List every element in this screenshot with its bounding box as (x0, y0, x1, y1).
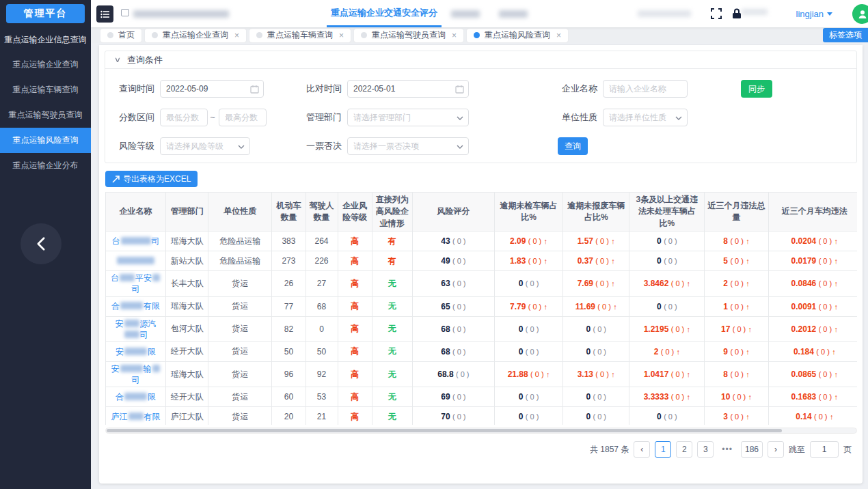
tab-item[interactable]: 重点运输风险查询× (467, 29, 568, 42)
jump-page-input[interactable] (810, 441, 839, 458)
score-max-input[interactable] (219, 109, 267, 126)
up-arrow-icon: ↑ (746, 370, 750, 378)
sidebar-item[interactable]: 重点运输驾驶员查询 (0, 102, 91, 128)
up-arrow-icon: ↑ (835, 370, 839, 378)
risk-level-cell: 高 (338, 232, 372, 251)
mgmt-dept-label: 管理部门 (298, 109, 342, 126)
redacted-text (124, 331, 139, 338)
tab-dot-icon (256, 32, 262, 38)
pagination-page-button[interactable]: 2 (676, 441, 692, 458)
metric-cell: 0.0179 ( 0 ) ↑ (768, 251, 857, 271)
redacted-text (128, 413, 144, 420)
query-time-input[interactable] (160, 80, 264, 98)
driver-count-cell: 264 (306, 232, 338, 251)
metric-cell: 11.69 ( 0 ) ↑ (563, 296, 629, 316)
redacted-text (120, 365, 143, 372)
vehicle-count-cell: 60 (272, 387, 306, 407)
risk-score-cell: 68 ( 0 ) (412, 341, 494, 361)
search-button[interactable]: 查询 (558, 137, 588, 155)
up-arrow-icon: ↑ (835, 237, 839, 245)
nav-item-active[interactable]: 重点运输企业交通安全评分 (327, 0, 442, 27)
sidebar: 管理平台 重点运输企业信息查询 重点运输企业查询重点运输车辆查询重点运输驾驶员查… (0, 0, 91, 489)
compare-time-input[interactable] (347, 80, 469, 98)
table-row: 合有限瑶海大队货运7768高无65 ( 0 )7.79 ( 0 ) ↑11.69… (106, 296, 858, 316)
lock-icon[interactable] (731, 8, 743, 20)
metric-cell: 1.57 ( 0 ) ↑ (563, 232, 629, 251)
company-name-link[interactable]: 合限 (106, 387, 166, 407)
sidebar-section-title[interactable]: 重点运输企业信息查询 (0, 27, 91, 52)
score-min-input[interactable] (160, 109, 208, 126)
metric-cell: 1.2195 ( 0 ) ↑ (629, 316, 705, 341)
metric-cell: 0.14 ( 0 ) ↑ (768, 407, 857, 425)
risk-level-cell: 高 (338, 407, 372, 425)
sidebar-item[interactable]: 重点运输车辆查询 (0, 77, 91, 102)
fullscreen-icon[interactable] (710, 8, 722, 20)
metric-cell: 0.1683 ( 0 ) ↑ (768, 387, 857, 407)
pagination-prev-button[interactable]: ‹ (634, 441, 650, 458)
company-name-link[interactable]: 安源汽司 (106, 316, 166, 341)
vehicle-count-cell: 383 (272, 232, 306, 251)
pagination-page-button[interactable]: 186 (741, 441, 763, 458)
tab-close-icon[interactable]: × (339, 31, 344, 40)
mgmt-dept-select[interactable] (347, 109, 469, 126)
redacted-nav-item[interactable] (451, 10, 480, 18)
user-menu[interactable]: lingjian (796, 0, 832, 27)
column-header: 近三个月违法总量 (705, 193, 768, 232)
risk-score-cell: 63 ( 0 ) (412, 271, 494, 296)
vehicle-count-cell: 273 (272, 251, 306, 271)
sidebar-item[interactable]: 重点运输企业查询 (0, 52, 91, 77)
tab-item[interactable]: 首页 (100, 29, 141, 42)
column-header: 管理部门 (166, 193, 208, 232)
sync-button[interactable]: 同步 (741, 80, 772, 98)
sidebar-item[interactable]: 重点运输风险查询 (0, 128, 91, 153)
company-name-link[interactable] (106, 251, 166, 271)
sidebar-collapse-button[interactable] (21, 223, 62, 264)
tab-close-icon[interactable]: × (556, 31, 561, 40)
up-arrow-icon: ↑ (748, 325, 752, 333)
tab-close-icon[interactable]: × (234, 31, 239, 40)
pagination-page-button[interactable]: 3 (697, 441, 714, 458)
pagination-page-button[interactable]: 1 (655, 441, 671, 458)
risk-level-select[interactable] (160, 137, 250, 155)
metric-cell: 10 ( 0 ) ↑ (705, 387, 768, 407)
brand-title[interactable]: 管理平台 (6, 4, 85, 23)
up-arrow-icon: ↑ (746, 237, 750, 245)
export-excel-button[interactable]: 导出表格为EXCEL (105, 171, 198, 187)
department-cell: 瑶海大队 (166, 361, 208, 387)
avatar[interactable] (852, 4, 868, 24)
sidebar-item[interactable]: 重点运输企业分布 (0, 153, 91, 178)
tab-close-icon[interactable]: × (452, 31, 457, 40)
vehicle-count-cell: 50 (272, 341, 306, 361)
tab-item[interactable]: 重点运输驾驶员查询× (354, 29, 463, 42)
metric-cell: 0 ( 0 ) (494, 407, 562, 425)
table-row: 台平安司长丰大队货运2627高无63 ( 0 )0 ( 0 )7.69 ( 0 … (106, 271, 858, 296)
metric-cell: 0.0846 ( 0 ) ↑ (768, 271, 857, 296)
unit-type-cell: 货运 (208, 271, 272, 296)
pagination-next-button[interactable]: › (768, 441, 784, 458)
redacted-nav-item[interactable] (499, 10, 528, 18)
tab-item[interactable]: 重点运输企业查询× (145, 29, 246, 42)
tab-item[interactable]: 重点运输车辆查询× (249, 29, 351, 42)
company-name-link[interactable]: 合有限 (106, 296, 166, 316)
veto-label: 一票否决 (298, 137, 342, 155)
vehicle-count-cell: 96 (272, 361, 306, 387)
direct-high-risk-cell: 有 (372, 251, 412, 271)
company-name-input[interactable] (603, 80, 688, 98)
scrollbar-thumb[interactable] (107, 429, 782, 432)
pagination-total: 共 1857 条 (590, 444, 629, 456)
menu-toggle-button[interactable] (96, 5, 113, 23)
veto-select[interactable] (347, 137, 469, 155)
horizontal-scrollbar[interactable] (105, 428, 857, 434)
tag-options-button[interactable]: 标签选项 (823, 28, 868, 42)
company-name-link[interactable]: 安限 (106, 341, 166, 361)
company-name-link[interactable]: 安输司 (106, 361, 166, 387)
company-name-link[interactable]: 台司 (106, 232, 166, 251)
company-name-link[interactable]: 庐江有限 (106, 407, 166, 425)
unit-type-select[interactable] (603, 109, 688, 126)
query-conditions-header[interactable]: ∨ 查询条件 (105, 51, 856, 69)
redacted-text (152, 365, 160, 372)
redacted-nav-item[interactable] (133, 10, 229, 18)
redacted-text (117, 257, 154, 264)
company-name-link[interactable]: 台平安司 (106, 271, 166, 296)
main-content: ∨ 查询条件 查询时间 比对时间 企业名称 同步 分数区间 (91, 43, 868, 489)
